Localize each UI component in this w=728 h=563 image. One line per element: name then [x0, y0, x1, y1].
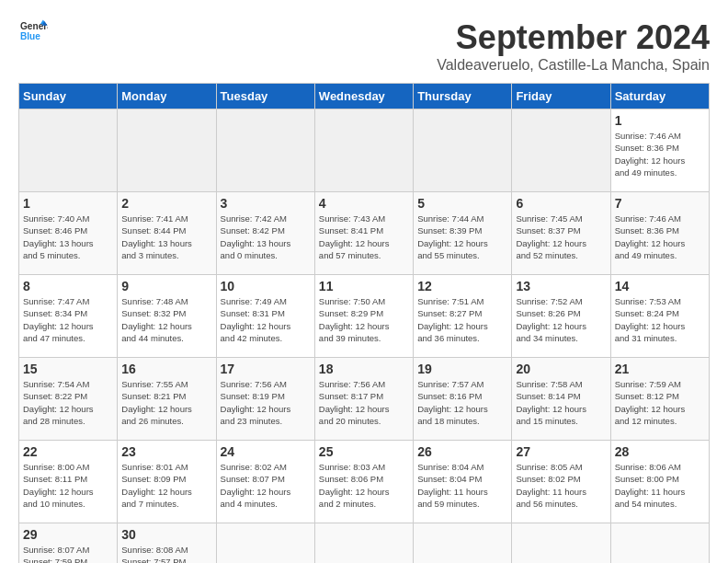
day-number: 11 [319, 279, 409, 293]
day-info: Sunrise: 7:46 AMSunset: 8:36 PMDaylight:… [615, 130, 705, 178]
calendar-day-cell: 1 Sunrise: 7:46 AMSunset: 8:36 PMDayligh… [610, 109, 709, 192]
month-title: September 2024 [437, 18, 710, 57]
calendar-day-cell [512, 109, 610, 192]
day-number: 15 [23, 362, 113, 376]
day-number: 16 [121, 362, 211, 376]
day-info: Sunrise: 7:57 AMSunset: 8:16 PMDaylight:… [417, 378, 507, 427]
day-info: Sunrise: 8:05 AMSunset: 8:02 PMDaylight:… [516, 461, 606, 510]
calendar-day-cell: 8 Sunrise: 7:47 AMSunset: 8:34 PMDayligh… [19, 275, 118, 358]
day-number: 19 [417, 362, 507, 376]
calendar-table: Sunday Monday Tuesday Wednesday Thursday… [18, 83, 710, 563]
calendar-day-cell [314, 523, 413, 564]
day-info: Sunrise: 7:40 AMSunset: 8:46 PMDaylight:… [23, 213, 113, 261]
day-info: Sunrise: 8:03 AMSunset: 8:06 PMDaylight:… [319, 461, 409, 510]
day-info: Sunrise: 8:02 AMSunset: 8:07 PMDaylight:… [221, 461, 311, 510]
calendar-day-cell: 16 Sunrise: 7:55 AMSunset: 8:21 PMDaylig… [118, 358, 216, 441]
day-number: 22 [23, 444, 113, 459]
day-info: Sunrise: 8:07 AMSunset: 7:59 PMDaylight:… [23, 544, 113, 563]
day-number: 25 [319, 444, 409, 459]
header-thursday: Thursday [414, 84, 512, 109]
day-info: Sunrise: 7:53 AMSunset: 8:24 PMDaylight:… [615, 295, 705, 344]
header-tuesday: Tuesday [216, 84, 314, 109]
header-wednesday: Wednesday [314, 84, 413, 109]
day-number: 2 [121, 196, 211, 211]
day-info: Sunrise: 8:01 AMSunset: 8:09 PMDaylight:… [121, 461, 211, 510]
calendar-day-cell: 6 Sunrise: 7:45 AMSunset: 8:37 PMDayligh… [512, 192, 610, 275]
day-number: 7 [615, 196, 705, 211]
calendar-day-cell: 15 Sunrise: 7:54 AMSunset: 8:22 PMDaylig… [19, 358, 118, 441]
calendar-day-cell [19, 109, 118, 192]
calendar-day-cell: 27 Sunrise: 8:05 AMSunset: 8:02 PMDaylig… [512, 441, 610, 523]
calendar-day-cell [512, 523, 610, 564]
day-number: 27 [516, 444, 606, 459]
svg-text:Blue: Blue [20, 31, 40, 41]
day-number: 8 [23, 279, 113, 293]
day-number: 5 [417, 196, 507, 211]
calendar-day-cell [414, 109, 512, 192]
day-number: 18 [319, 362, 409, 376]
calendar-day-cell [414, 523, 512, 564]
day-info: Sunrise: 7:58 AMSunset: 8:14 PMDaylight:… [516, 378, 606, 427]
day-info: Sunrise: 8:08 AMSunset: 7:57 PMDaylight:… [121, 544, 211, 563]
header-row: Sunday Monday Tuesday Wednesday Thursday… [19, 84, 710, 109]
calendar-day-cell: 14 Sunrise: 7:53 AMSunset: 8:24 PMDaylig… [610, 275, 709, 358]
calendar-day-cell: 7 Sunrise: 7:46 AMSunset: 8:36 PMDayligh… [610, 192, 709, 275]
day-info: Sunrise: 7:48 AMSunset: 8:32 PMDaylight:… [121, 295, 211, 344]
day-info: Sunrise: 7:59 AMSunset: 8:12 PMDaylight:… [615, 378, 705, 427]
day-info: Sunrise: 7:52 AMSunset: 8:26 PMDaylight:… [516, 295, 606, 344]
calendar-day-cell: 9 Sunrise: 7:48 AMSunset: 8:32 PMDayligh… [118, 275, 216, 358]
calendar-day-cell: 19 Sunrise: 7:57 AMSunset: 8:16 PMDaylig… [414, 358, 512, 441]
calendar-day-cell: 28 Sunrise: 8:06 AMSunset: 8:00 PMDaylig… [610, 441, 709, 523]
calendar-day-cell: 30 Sunrise: 8:08 AMSunset: 7:57 PMDaylig… [118, 523, 216, 564]
calendar-week-row: 1 Sunrise: 7:40 AMSunset: 8:46 PMDayligh… [19, 192, 710, 275]
day-number: 17 [221, 362, 311, 376]
calendar-week-row: 15 Sunrise: 7:54 AMSunset: 8:22 PMDaylig… [19, 358, 710, 441]
day-number: 26 [417, 444, 507, 459]
day-number: 13 [516, 279, 606, 293]
calendar-day-cell: 25 Sunrise: 8:03 AMSunset: 8:06 PMDaylig… [314, 441, 413, 523]
day-info: Sunrise: 7:50 AMSunset: 8:29 PMDaylight:… [319, 295, 409, 344]
header-sunday: Sunday [19, 84, 118, 109]
calendar-day-cell [610, 523, 709, 564]
day-info: Sunrise: 7:44 AMSunset: 8:39 PMDaylight:… [417, 213, 507, 261]
day-number: 4 [319, 196, 409, 211]
calendar-day-cell: 4 Sunrise: 7:43 AMSunset: 8:41 PMDayligh… [314, 192, 413, 275]
day-number: 9 [121, 279, 211, 293]
calendar-day-cell: 12 Sunrise: 7:51 AMSunset: 8:27 PMDaylig… [414, 275, 512, 358]
calendar-day-cell [216, 109, 314, 192]
day-info: Sunrise: 7:56 AMSunset: 8:19 PMDaylight:… [221, 378, 311, 427]
day-info: Sunrise: 7:55 AMSunset: 8:21 PMDaylight:… [121, 378, 211, 427]
calendar-day-cell: 3 Sunrise: 7:42 AMSunset: 8:42 PMDayligh… [216, 192, 314, 275]
day-info: Sunrise: 8:06 AMSunset: 8:00 PMDaylight:… [615, 461, 705, 510]
calendar-day-cell: 20 Sunrise: 7:58 AMSunset: 8:14 PMDaylig… [512, 358, 610, 441]
day-number: 1 [23, 196, 113, 211]
header-monday: Monday [118, 84, 216, 109]
day-number: 29 [23, 527, 113, 542]
calendar-day-cell: 13 Sunrise: 7:52 AMSunset: 8:26 PMDaylig… [512, 275, 610, 358]
calendar-day-cell: 26 Sunrise: 8:04 AMSunset: 8:04 PMDaylig… [414, 441, 512, 523]
calendar-day-cell [216, 523, 314, 564]
calendar-day-cell [118, 109, 216, 192]
day-number: 24 [221, 444, 311, 459]
day-number: 30 [121, 527, 211, 542]
day-info: Sunrise: 7:43 AMSunset: 8:41 PMDaylight:… [319, 213, 409, 261]
calendar-day-cell: 18 Sunrise: 7:56 AMSunset: 8:17 PMDaylig… [314, 358, 413, 441]
day-info: Sunrise: 8:00 AMSunset: 8:11 PMDaylight:… [23, 461, 113, 510]
logo: General Blue [18, 18, 48, 44]
day-info: Sunrise: 7:46 AMSunset: 8:36 PMDaylight:… [615, 213, 705, 261]
calendar-day-cell: 17 Sunrise: 7:56 AMSunset: 8:19 PMDaylig… [216, 358, 314, 441]
calendar-day-cell: 29 Sunrise: 8:07 AMSunset: 7:59 PMDaylig… [19, 523, 118, 564]
day-info: Sunrise: 7:41 AMSunset: 8:44 PMDaylight:… [121, 213, 211, 261]
day-info: Sunrise: 7:51 AMSunset: 8:27 PMDaylight:… [417, 295, 507, 344]
day-number: 14 [615, 279, 705, 293]
title-section: September 2024 Valdeaveruelo, Castille-L… [437, 18, 710, 74]
day-info: Sunrise: 7:54 AMSunset: 8:22 PMDaylight:… [23, 378, 113, 427]
calendar-week-row: 8 Sunrise: 7:47 AMSunset: 8:34 PMDayligh… [19, 275, 710, 358]
day-info: Sunrise: 7:49 AMSunset: 8:31 PMDaylight:… [221, 295, 311, 344]
day-info: Sunrise: 7:47 AMSunset: 8:34 PMDaylight:… [23, 295, 113, 344]
day-info: Sunrise: 7:42 AMSunset: 8:42 PMDaylight:… [221, 213, 311, 261]
day-info: Sunrise: 7:56 AMSunset: 8:17 PMDaylight:… [319, 378, 409, 427]
calendar-day-cell: 21 Sunrise: 7:59 AMSunset: 8:12 PMDaylig… [610, 358, 709, 441]
day-number: 1 [615, 113, 705, 128]
day-number: 6 [516, 196, 606, 211]
